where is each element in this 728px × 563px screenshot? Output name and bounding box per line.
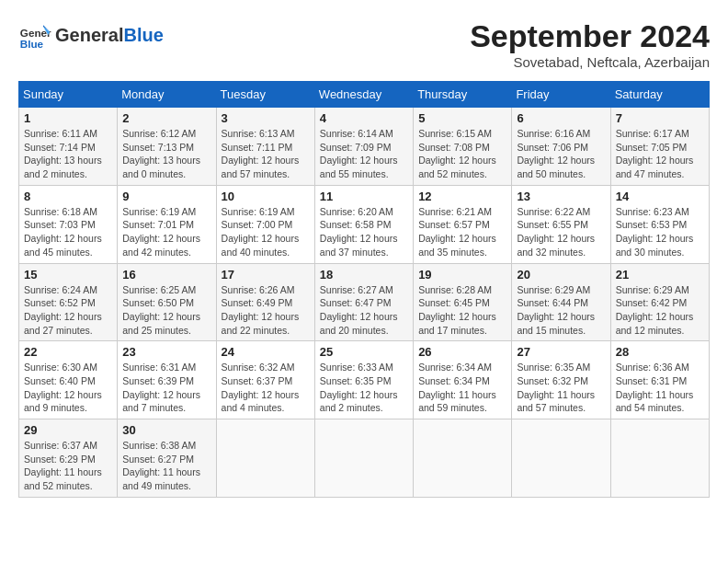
- day-number: 20: [517, 268, 605, 282]
- calendar-cell: 1 Sunrise: 6:11 AM Sunset: 7:14 PM Dayli…: [19, 108, 118, 186]
- day-detail: Sunrise: 6:32 AM Sunset: 6:37 PM Dayligh…: [222, 361, 310, 415]
- calendar-cell: 21 Sunrise: 6:29 AM Sunset: 6:42 PM Dayl…: [610, 263, 709, 341]
- day-detail: Sunrise: 6:24 AM Sunset: 6:52 PM Dayligh…: [24, 283, 112, 338]
- day-number: 15: [24, 268, 112, 282]
- day-detail: Sunrise: 6:29 AM Sunset: 6:42 PM Dayligh…: [616, 283, 704, 338]
- title-block: September 2024 Sovetabad, Neftcala, Azer…: [470, 18, 710, 70]
- calendar-cell: 30 Sunrise: 6:38 AM Sunset: 6:27 PM Dayl…: [118, 419, 216, 498]
- calendar-cell: 9 Sunrise: 6:19 AM Sunset: 7:01 PM Dayli…: [118, 185, 216, 263]
- sunset-time: Sunset: 6:58 PM: [320, 219, 392, 230]
- day-number: 8: [24, 190, 112, 203]
- day-detail: Sunrise: 6:14 AM Sunset: 7:09 PM Dayligh…: [320, 127, 408, 181]
- sunrise-time: Sunrise: 6:36 AM: [616, 362, 689, 373]
- day-number: 28: [616, 345, 704, 359]
- calendar-cell: 16 Sunrise: 6:25 AM Sunset: 6:50 PM Dayl…: [118, 263, 216, 341]
- sunset-time: Sunset: 7:09 PM: [320, 142, 392, 153]
- calendar-cell: 10 Sunrise: 6:19 AM Sunset: 7:00 PM Dayl…: [216, 185, 314, 263]
- day-number: 23: [122, 345, 210, 359]
- sunrise-time: Sunrise: 6:13 AM: [222, 128, 295, 139]
- sunset-time: Sunset: 6:39 PM: [122, 375, 194, 386]
- calendar-cell: 6 Sunrise: 6:16 AM Sunset: 7:06 PM Dayli…: [512, 108, 610, 186]
- day-detail: Sunrise: 6:36 AM Sunset: 6:31 PM Dayligh…: [616, 361, 704, 415]
- day-number: 9: [122, 190, 210, 203]
- sunset-time: Sunset: 6:29 PM: [24, 454, 96, 465]
- daylight-hours: Daylight: 11 hours and 54 minutes.: [616, 389, 694, 414]
- daylight-hours: Daylight: 12 hours and 25 minutes.: [122, 311, 200, 336]
- sunrise-time: Sunrise: 6:27 AM: [320, 284, 393, 295]
- calendar-cell: 27 Sunrise: 6:35 AM Sunset: 6:32 PM Dayl…: [512, 341, 610, 419]
- daylight-hours: Daylight: 12 hours and 30 minutes.: [616, 233, 694, 258]
- day-detail: Sunrise: 6:19 AM Sunset: 7:00 PM Dayligh…: [222, 205, 310, 259]
- day-number: 16: [122, 268, 210, 282]
- calendar-cell: [610, 419, 709, 498]
- day-detail: Sunrise: 6:29 AM Sunset: 6:44 PM Dayligh…: [517, 283, 605, 338]
- day-number: 26: [418, 345, 506, 359]
- sunset-time: Sunset: 6:40 PM: [24, 375, 96, 386]
- calendar-cell: [216, 419, 314, 498]
- calendar-body: 1 Sunrise: 6:11 AM Sunset: 7:14 PM Dayli…: [19, 108, 710, 498]
- day-number: 19: [418, 268, 506, 282]
- day-detail: Sunrise: 6:27 AM Sunset: 6:47 PM Dayligh…: [320, 283, 408, 338]
- daylight-hours: Daylight: 12 hours and 4 minutes.: [222, 389, 300, 414]
- header-tuesday: Tuesday: [216, 82, 314, 108]
- day-detail: Sunrise: 6:16 AM Sunset: 7:06 PM Dayligh…: [517, 127, 605, 181]
- sunrise-time: Sunrise: 6:28 AM: [418, 284, 492, 295]
- calendar-cell: 26 Sunrise: 6:34 AM Sunset: 6:34 PM Dayl…: [414, 341, 512, 419]
- calendar-cell: 22 Sunrise: 6:30 AM Sunset: 6:40 PM Dayl…: [19, 341, 118, 419]
- header-thursday: Thursday: [414, 82, 512, 108]
- sunrise-time: Sunrise: 6:20 AM: [320, 206, 393, 217]
- calendar-cell: 3 Sunrise: 6:13 AM Sunset: 7:11 PM Dayli…: [216, 108, 314, 186]
- daylight-hours: Daylight: 12 hours and 7 minutes.: [122, 389, 200, 414]
- header-sunday: Sunday: [19, 82, 118, 108]
- day-detail: Sunrise: 6:30 AM Sunset: 6:40 PM Dayligh…: [24, 361, 112, 415]
- sunrise-time: Sunrise: 6:38 AM: [122, 440, 196, 451]
- sunset-time: Sunset: 6:50 PM: [122, 297, 194, 308]
- day-detail: Sunrise: 6:34 AM Sunset: 6:34 PM Dayligh…: [418, 361, 506, 415]
- day-number: 1: [24, 111, 112, 125]
- sunrise-time: Sunrise: 6:11 AM: [24, 128, 97, 139]
- sunset-time: Sunset: 7:00 PM: [222, 219, 293, 230]
- svg-text:Blue: Blue: [20, 38, 44, 50]
- sunset-time: Sunset: 7:11 PM: [222, 142, 293, 153]
- month-year: September 2024: [470, 18, 710, 54]
- calendar-cell: 2 Sunrise: 6:12 AM Sunset: 7:13 PM Dayli…: [118, 108, 216, 186]
- day-detail: Sunrise: 6:23 AM Sunset: 6:53 PM Dayligh…: [616, 205, 704, 259]
- sunset-time: Sunset: 6:42 PM: [616, 297, 688, 308]
- calendar-cell: 12 Sunrise: 6:21 AM Sunset: 6:57 PM Dayl…: [414, 185, 512, 263]
- sunrise-time: Sunrise: 6:14 AM: [320, 128, 393, 139]
- day-number: 4: [320, 111, 408, 125]
- day-number: 25: [320, 345, 408, 359]
- sunset-time: Sunset: 6:49 PM: [222, 297, 293, 308]
- day-detail: Sunrise: 6:31 AM Sunset: 6:39 PM Dayligh…: [122, 361, 210, 415]
- daylight-hours: Daylight: 13 hours and 0 minutes.: [122, 155, 200, 179]
- day-number: 24: [222, 345, 310, 359]
- day-detail: Sunrise: 6:28 AM Sunset: 6:45 PM Dayligh…: [418, 283, 506, 338]
- daylight-hours: Daylight: 12 hours and 40 minutes.: [222, 233, 300, 258]
- day-number: 18: [320, 268, 408, 282]
- day-number: 3: [222, 111, 310, 125]
- day-number: 29: [24, 423, 112, 437]
- day-number: 5: [418, 111, 506, 125]
- daylight-hours: Daylight: 13 hours and 2 minutes.: [24, 155, 102, 179]
- calendar-cell: [414, 419, 512, 498]
- sunset-time: Sunset: 7:01 PM: [122, 219, 194, 230]
- sunrise-time: Sunrise: 6:30 AM: [24, 362, 97, 373]
- logo-general: General: [55, 25, 123, 45]
- day-detail: Sunrise: 6:26 AM Sunset: 6:49 PM Dayligh…: [222, 283, 310, 338]
- daylight-hours: Daylight: 12 hours and 32 minutes.: [517, 233, 595, 258]
- calendar-table: Sunday Monday Tuesday Wednesday Thursday…: [18, 81, 710, 498]
- calendar-cell: 18 Sunrise: 6:27 AM Sunset: 6:47 PM Dayl…: [314, 263, 413, 341]
- sunrise-time: Sunrise: 6:25 AM: [122, 284, 196, 295]
- sunset-time: Sunset: 6:45 PM: [418, 297, 490, 308]
- daylight-hours: Daylight: 12 hours and 2 minutes.: [320, 389, 398, 414]
- daylight-hours: Daylight: 11 hours and 49 minutes.: [122, 466, 200, 491]
- daylight-hours: Daylight: 12 hours and 37 minutes.: [320, 233, 398, 258]
- sunrise-time: Sunrise: 6:18 AM: [24, 206, 97, 217]
- calendar-week-row: 8 Sunrise: 6:18 AM Sunset: 7:03 PM Dayli…: [19, 185, 710, 263]
- location: Sovetabad, Neftcala, Azerbaijan: [470, 54, 710, 70]
- header-saturday: Saturday: [610, 82, 709, 108]
- sunrise-time: Sunrise: 6:29 AM: [517, 284, 590, 295]
- day-detail: Sunrise: 6:11 AM Sunset: 7:14 PM Dayligh…: [24, 127, 112, 181]
- calendar-week-row: 1 Sunrise: 6:11 AM Sunset: 7:14 PM Dayli…: [19, 108, 710, 186]
- calendar-cell: 4 Sunrise: 6:14 AM Sunset: 7:09 PM Dayli…: [314, 108, 413, 186]
